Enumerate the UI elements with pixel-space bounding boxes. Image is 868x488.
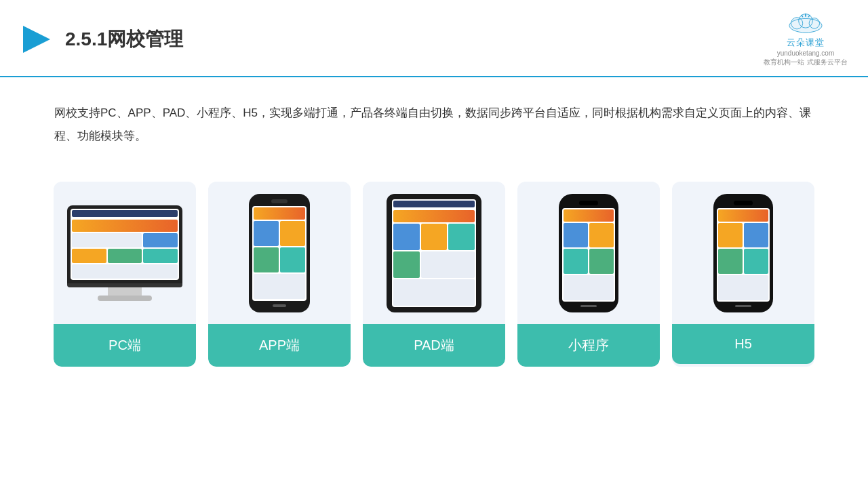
phone-screen-h5 [717, 208, 770, 302]
card-app: APP端 [208, 182, 351, 367]
card-h5: H5 [672, 182, 814, 367]
card-h5-image [672, 182, 814, 324]
page-title: 2.5.1网校管理 [65, 26, 183, 52]
card-pc: PC端 [54, 182, 196, 367]
tablet-screen [392, 199, 476, 307]
logo-tagline-1: 教育机构一站 [764, 58, 804, 66]
logo-tagline-2: 式服务云平台 [807, 58, 848, 66]
card-miniprogram-image [517, 182, 660, 324]
card-app-label: APP端 [208, 324, 351, 367]
svg-marker-0 [23, 26, 50, 53]
card-pc-image [54, 182, 196, 324]
card-pad-image [363, 182, 505, 324]
monitor-screen [71, 209, 179, 280]
phone-mockup-app [249, 194, 310, 312]
play-icon [20, 23, 53, 56]
card-app-image [208, 182, 351, 324]
card-miniprogram: 小程序 [517, 182, 660, 367]
card-pad-label: PAD端 [363, 324, 505, 367]
tablet-mockup [387, 194, 481, 312]
description-text: 网校支持PC、APP、PAD、小程序、H5，实现多端打通，产品各终端自由切换，数… [54, 106, 811, 142]
card-miniprogram-label: 小程序 [517, 324, 660, 367]
description: 网校支持PC、APP、PAD、小程序、H5，实现多端打通，产品各终端自由切换，数… [0, 77, 868, 161]
logo-tagline: 教育机构一站 式服务云平台 [764, 58, 848, 66]
phone-dynamic-h5 [713, 194, 773, 312]
cards-container: PC端 [0, 175, 868, 367]
logo-brand: 云朵课堂 [787, 37, 825, 49]
monitor-body [67, 205, 182, 283]
phone-screen-app [252, 206, 307, 301]
phone-dynamic-mini [559, 194, 618, 312]
logo-area: 云朵课堂 yunduoketang.com 教育机构一站 式服务云平台 [764, 12, 848, 66]
logo-icon [785, 12, 826, 37]
card-h5-label: H5 [672, 324, 814, 364]
logo-url: yunduoketang.com [777, 49, 835, 58]
card-pc-label: PC端 [54, 324, 196, 367]
card-pad: PAD端 [363, 182, 505, 367]
header: 2.5.1网校管理 云朵课堂 yunduoketang.com 教育机构一站 式… [0, 0, 868, 77]
pc-monitor [67, 205, 182, 301]
phone-screen-mini [562, 208, 615, 302]
header-left: 2.5.1网校管理 [20, 23, 183, 56]
